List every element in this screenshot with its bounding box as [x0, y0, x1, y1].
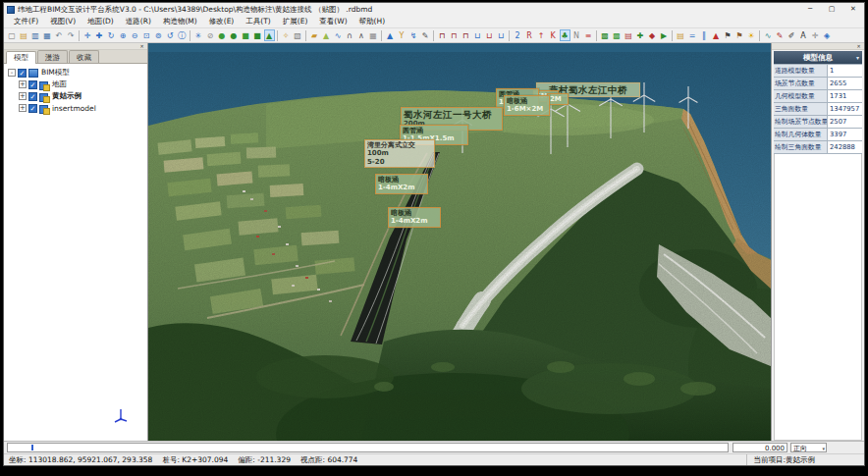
scene-mode-icon[interactable]: ▲ [264, 29, 275, 41]
tree-item-黄姑示例[interactable]: +✓黄姑示例 [8, 90, 147, 102]
effects-icon[interactable]: ✳ [193, 29, 204, 41]
map-clip-icon[interactable]: ▤ [624, 29, 634, 41]
station-k-icon[interactable]: K [548, 29, 559, 41]
layers-icon[interactable]: ≡ [583, 29, 594, 41]
save-all-icon[interactable]: ▦ [42, 29, 53, 41]
command-input[interactable] [7, 443, 729, 452]
model-info-header[interactable]: 模型信息 ▾ [774, 51, 862, 64]
control-point-icon[interactable]: ◆ [647, 29, 658, 41]
shade-cube-icon[interactable]: ■ [241, 29, 251, 41]
flag-brown-icon[interactable]: ⚑ [734, 29, 745, 41]
menu-item-1[interactable]: 视图(V) [44, 16, 81, 27]
add-marker-icon[interactable]: ✚ [635, 29, 646, 41]
tab-收藏[interactable]: 收藏 [69, 50, 99, 63]
menu-item-5[interactable]: 修改(E) [203, 16, 241, 27]
cross-section-icon[interactable]: ∧ [356, 29, 367, 41]
terrain-dem-icon[interactable]: ▰ [309, 29, 320, 41]
left-panel-close-icon[interactable]: ✕ [138, 43, 145, 50]
menu-item-2[interactable]: 地面(D) [81, 16, 120, 27]
direction-select[interactable]: 正向 ▾ [790, 443, 827, 452]
zoom-in-icon[interactable]: ⊕ [118, 29, 129, 41]
tree-item-BIM模型[interactable]: -✓BIM模型 [8, 67, 147, 79]
bridge-arch-icon[interactable]: ⊓ [449, 29, 460, 41]
pan-free-icon[interactable]: ✚ [94, 29, 105, 41]
material-icon[interactable]: ◈ [822, 29, 833, 41]
rotate-view-icon[interactable]: ↻ [106, 29, 117, 41]
pan-icon[interactable]: ✛ [82, 29, 93, 41]
culvert-icon[interactable]: ⊔ [496, 29, 507, 41]
triangulate-icon[interactable]: ▲ [385, 29, 396, 41]
viewport-3d[interactable] [148, 43, 773, 441]
vegetation-icon[interactable]: ♣ [560, 29, 570, 41]
text-label-icon[interactable]: A [798, 29, 809, 41]
open-icon[interactable]: ▤ [19, 29, 29, 41]
minimize-button[interactable]: ─ [799, 3, 821, 16]
alignment-icon[interactable]: ∿ [333, 29, 344, 41]
close-button[interactable]: ✕ [842, 3, 864, 16]
right-panel-close-icon[interactable]: ✕ [855, 43, 862, 50]
abutment-icon[interactable]: ⊔ [484, 29, 495, 41]
north-icon[interactable]: N [571, 29, 582, 41]
terrain-tin-icon[interactable]: ▲ [321, 29, 332, 41]
bridge-girder-icon[interactable]: ⊓ [437, 29, 448, 41]
pick-target-icon[interactable]: ✛ [810, 29, 821, 41]
tab-模型[interactable]: 模型 [6, 51, 36, 64]
sun-light-icon[interactable]: ☀ [746, 29, 757, 41]
right-panel-grip[interactable]: ✕ [772, 43, 864, 50]
sign-fragment-2m[interactable]: 2M [547, 93, 569, 105]
undo-icon[interactable]: ↶ [54, 29, 65, 41]
shade-sphere-icon[interactable]: ● [217, 29, 228, 41]
expander-icon[interactable]: + [19, 92, 27, 100]
wye-junction-icon[interactable]: Y [397, 29, 407, 41]
sign-wanli-interchange[interactable]: 湾里分离式立交100m5-20 [364, 139, 435, 168]
menu-item-0[interactable]: 文件(F) [8, 16, 44, 27]
visibility-checkbox[interactable]: ✓ [18, 69, 27, 78]
profile-icon[interactable]: ∩ [345, 29, 355, 41]
raise-icon[interactable]: ↑ [536, 29, 547, 41]
flag-dark-icon[interactable]: ⚑ [723, 29, 733, 41]
menu-item-4[interactable]: 构造物(M) [157, 16, 203, 27]
paste-style-icon[interactable]: ▧ [293, 29, 303, 41]
left-panel-grip[interactable]: ✕ [4, 43, 147, 50]
menu-item-7[interactable]: 扩展(E) [277, 16, 314, 27]
ramp-icon[interactable]: ▲ [711, 29, 722, 41]
info-icon[interactable]: ⓘ [177, 29, 188, 41]
visibility-checkbox[interactable]: ✓ [28, 80, 37, 89]
flatten-icon[interactable]: ↯ [408, 29, 419, 41]
pause-icon[interactable]: ‖ [699, 29, 710, 41]
offset-input[interactable]: 0.000 [732, 443, 787, 452]
zoom-window-icon[interactable]: ⊡ [141, 29, 152, 41]
maximize-button[interactable]: ▢ [821, 3, 842, 16]
map-overlay-icon[interactable]: ▩ [600, 29, 611, 41]
expander-icon[interactable]: + [19, 104, 27, 112]
zoom-out-icon[interactable]: ⊖ [130, 29, 140, 41]
grid-icon[interactable]: ▦ [368, 29, 379, 41]
bridge-slab-icon[interactable]: ⊓ [461, 29, 471, 41]
visibility-checkbox[interactable]: ✓ [28, 104, 37, 113]
edit-model-icon[interactable]: ✎ [420, 29, 431, 41]
expander-icon[interactable]: - [8, 69, 16, 77]
disable-render-icon[interactable]: ⊘ [205, 29, 216, 41]
annotate-pen-icon[interactable]: ✎ [775, 29, 786, 41]
sign-anbanhan-1[interactable]: 暗板涵1-4mX2m [375, 174, 428, 194]
texture-cube-icon[interactable]: ■ [252, 29, 263, 41]
visibility-checkbox[interactable]: ✓ [28, 92, 37, 101]
sign-anbanhan-2[interactable]: 暗板涵1-4mX2m [388, 207, 441, 228]
align-equal-icon[interactable]: = [687, 29, 698, 41]
tab-漫游[interactable]: 漫游 [37, 50, 68, 63]
title-bar[interactable]: 纬地工程BIM交互设计平台系统V3.0 - C:\Users\34389\Des… [4, 3, 864, 16]
link-icon[interactable]: ✧ [281, 29, 292, 41]
regen-icon[interactable]: ↺ [165, 29, 176, 41]
pier-icon[interactable]: ⊔ [472, 29, 483, 41]
texture-sphere-icon[interactable]: ● [229, 29, 240, 41]
menu-item-3[interactable]: 道路(R) [120, 16, 157, 27]
tree-item-insertmodel[interactable]: +✓insertmodel [8, 102, 147, 114]
zoom-extents-icon[interactable]: ⊚ [153, 29, 164, 41]
image-folder-icon[interactable]: ▤ [676, 29, 686, 41]
radius-icon[interactable]: R [524, 29, 535, 41]
play-drive-icon[interactable]: ▶ [659, 29, 670, 41]
spline-icon[interactable]: ∿ [763, 29, 774, 41]
sign-anbanhan-6m[interactable]: 暗板涵1-6M×2M [504, 95, 550, 116]
collapse-caret-icon[interactable]: ▾ [856, 51, 859, 64]
measure-pen-icon[interactable]: ✐ [787, 29, 797, 41]
